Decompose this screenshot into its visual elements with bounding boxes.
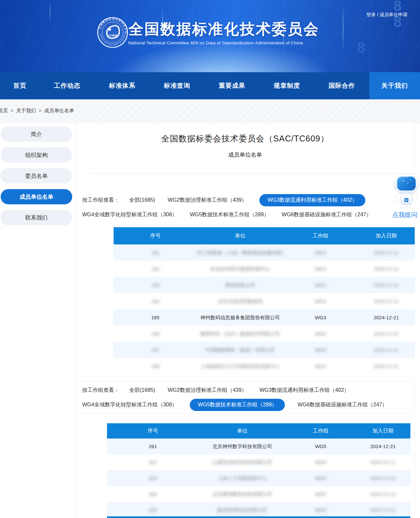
table-row: 187中国物联网络（集团）有限公司WG32024-12-11 — [114, 342, 415, 358]
breadcrumb-separator: > — [39, 108, 42, 113]
filter-option[interactable]: WG4全域数字化转型标准工作组（308） — [82, 401, 177, 408]
column-header: 工作组 — [286, 423, 355, 439]
cell-join-date: 2024-12-11 — [358, 261, 415, 277]
table-row: 183西安邮电大学WG32024-12-11 — [114, 277, 415, 293]
cell-serial: 262 — [107, 454, 199, 470]
cell-join-date: 2024-12-21 — [355, 502, 410, 518]
cell-workgroup: WG3 — [283, 309, 358, 326]
table-header-row: 序号单位工作组加入日期 — [114, 227, 415, 244]
filter-option[interactable]: WG5数据技术标准工作组（289） — [190, 399, 285, 411]
cell-serial: 264 — [107, 486, 199, 502]
sidebar-item-联系我们[interactable]: 联系我们 — [1, 210, 72, 225]
breadcrumb: 首页>关于我们>成员单位名单 — [0, 108, 74, 114]
sidebar: 简介组织架构委员名单成员单位名单联系我们 — [1, 127, 72, 231]
table-row: 262山西智杰软件科技有限公司WG52024-12-17 — [107, 454, 410, 470]
filter-option[interactable]: WG6数据基础设施标准工作组（247） — [297, 401, 387, 408]
member-table-wg3: 序号单位工作组加入日期181长三角数据（上海）网络基础设施有限公司WG32024… — [114, 227, 415, 374]
cell-serial: 261 — [107, 439, 199, 454]
cell-unit: 中国物联网络（集团）有限公司 — [197, 342, 283, 358]
breadcrumb-separator: > — [11, 108, 14, 113]
column-header: 序号 — [114, 227, 197, 244]
login-area: 登录 / 成员单位申请 — [366, 12, 407, 18]
filter-option[interactable]: WG2数据治理标准工作组（439） — [168, 387, 247, 394]
committee-logo: 全国数据标准化技术委员会 NATIONAL TECHNICAL COMMITTE… — [97, 17, 129, 48]
cell-serial: 184 — [114, 293, 197, 309]
breadcrumb-item-2[interactable]: 成员单位名单 — [44, 108, 74, 113]
column-header: 序号 — [107, 423, 199, 439]
filter-option[interactable]: 全部(1685) — [129, 197, 155, 204]
filter-option[interactable]: 全部(1685) — [129, 387, 155, 394]
column-header: 单位 — [197, 227, 283, 244]
filter-option[interactable]: WG3数据流通利用标准工作组（402） — [259, 194, 365, 206]
column-header: 加入日期 — [358, 227, 415, 244]
cell-serial: 265 — [107, 502, 199, 518]
filter-row: 按工作组查看：全部(1685)WG2数据治理标准工作组（439）WG3数据流通利… — [82, 193, 413, 207]
breadcrumb-item-1[interactable]: 关于我们 — [16, 108, 36, 113]
table-row: 265数道智研科技有限公司WG52024-12-21 — [107, 502, 410, 518]
breadcrumb-item-0[interactable]: 首页 — [0, 108, 8, 113]
filter-option[interactable]: WG6数据基础设施标准工作组（247） — [282, 211, 371, 218]
table-row: 186数势科技（北京）数据技术有限公司WG32024-12-11 — [114, 326, 415, 342]
cell-unit: 数道智研科技有限公司 — [199, 502, 286, 518]
cell-join-date: 2024-12-21 — [355, 439, 410, 454]
nav-item-重要成果[interactable]: 重要成果 — [204, 72, 259, 99]
next-table-header-edge — [107, 516, 410, 518]
login-separator: / — [376, 12, 380, 17]
cell-workgroup: WG3 — [283, 326, 358, 342]
cell-unit: 西安邮电大学 — [197, 277, 283, 293]
nav-item-首页[interactable]: 首页 — [0, 72, 40, 99]
table-row: 188上海临港北斗大学国际科技创新中心WG32024-12-11 — [114, 358, 415, 374]
divider — [89, 174, 415, 174]
cell-serial: 183 — [114, 277, 197, 293]
sidebar-item-成员单位名单[interactable]: 成员单位名单 — [1, 189, 72, 204]
table-row: 184北京市海淀区数据局WG32024-12-11 — [114, 293, 415, 309]
nav-item-国际合作[interactable]: 国际合作 — [314, 72, 369, 99]
cell-workgroup: WG3 — [283, 261, 358, 277]
nav-item-工作动态[interactable]: 工作动态 — [40, 72, 95, 99]
decor-digits: 8 — [357, 40, 368, 56]
cell-serial: 185 — [114, 309, 197, 326]
member-apply-link[interactable]: 成员单位申请 — [380, 12, 407, 17]
table-row: 185神州数码信息服务集团股份有限公司WG32024-12-21 — [114, 309, 415, 326]
filter-option[interactable]: WG3数据流通利用标准工作组（402） — [259, 387, 349, 394]
cell-workgroup: WG3 — [283, 358, 358, 374]
filter-option[interactable]: WG5数据技术标准工作组（289） — [190, 211, 269, 218]
cell-join-date: 2024-12-21 — [358, 309, 415, 326]
cell-unit: 长三角数据（上海）网络基础设施有限公司 — [197, 244, 283, 261]
filter-option[interactable]: WG2数据治理标准工作组（439） — [168, 197, 247, 204]
site-title: 全国数据标准化技术委员会 — [129, 19, 319, 39]
column-header: 加入日期 — [355, 423, 410, 439]
member-table-wg5: 序号单位工作组加入日期261北京神州数字科技有限公司WG52024-12-212… — [107, 423, 410, 518]
login-link[interactable]: 登录 — [366, 12, 376, 17]
cell-serial: 188 — [114, 358, 197, 374]
cell-join-date: 2024-12-11 — [358, 277, 415, 293]
decor-beam — [50, 0, 50, 23]
filter-option[interactable]: WG4全域数字化转型标准工作组（308） — [82, 211, 177, 218]
page: 88 8 全国数据标准化技术委员会 NATIONAL TECHNICAL COM… — [0, 0, 420, 518]
filter-row: 按工作组查看：全部(1685)WG2数据治理标准工作组（439）WG3数据流通利… — [82, 384, 413, 397]
cell-workgroup: WG5 — [286, 454, 355, 470]
divider-vertical — [76, 123, 76, 518]
sidebar-item-简介[interactable]: 简介 — [1, 127, 72, 142]
cell-serial: 181 — [114, 244, 197, 261]
page-subtitle: 成员单位名单 — [76, 151, 415, 159]
nav-item-标准查询[interactable]: 标准查询 — [150, 72, 205, 99]
filter-row: WG4全域数字化转型标准工作组（308）WG5数据技术标准工作组（289）WG6… — [82, 208, 413, 221]
decor-beam — [343, 3, 343, 53]
cell-unit: 北京市海淀区数据局 — [197, 293, 283, 309]
nav-item-关于我们[interactable]: 关于我们 — [369, 72, 420, 99]
table-row: 182农业农村部大数据发展中心WG32024-12-11 — [114, 261, 415, 277]
cell-workgroup: WG3 — [283, 293, 358, 309]
cell-unit: 数势科技（北京）数据技术有限公司 — [197, 326, 283, 342]
sidebar-item-组织架构[interactable]: 组织架构 — [1, 147, 72, 163]
cell-serial: 187 — [114, 342, 197, 358]
nav-item-标准体系[interactable]: 标准体系 — [95, 72, 150, 99]
sidebar-item-委员名单[interactable]: 委员名单 — [1, 168, 72, 183]
filter-prefix-label: 按工作组查看： — [82, 387, 119, 394]
cell-workgroup: WG5 — [286, 439, 355, 454]
nav-item-规章制度[interactable]: 规章制度 — [259, 72, 314, 99]
cell-unit: 北京睿智数科科技有限公司 — [199, 486, 286, 502]
cell-workgroup: WG5 — [286, 470, 355, 486]
cell-serial: 182 — [114, 261, 197, 277]
cell-serial: 263 — [107, 470, 199, 486]
